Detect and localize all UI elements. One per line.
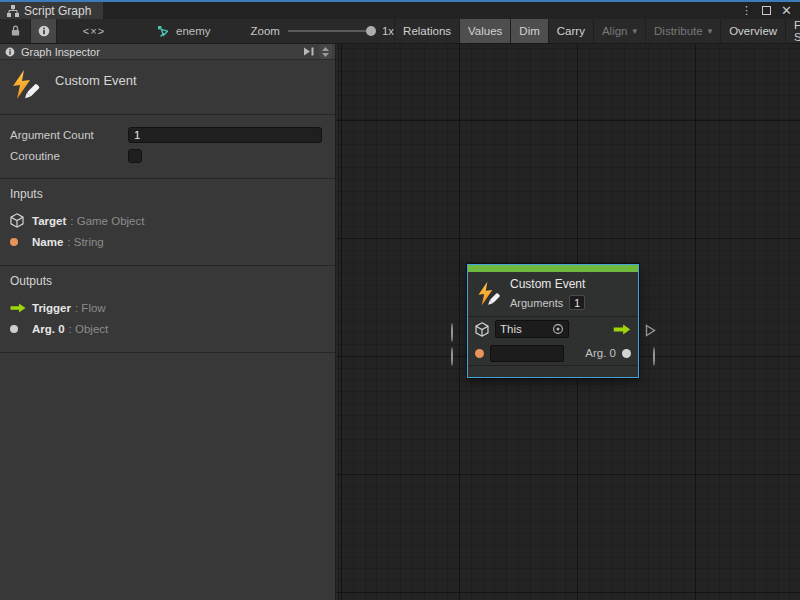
lock-button[interactable] — [0, 19, 30, 43]
node-arguments-row: Arguments 1 — [510, 295, 585, 310]
node-title-bar — [468, 265, 638, 272]
node-body[interactable]: Custom Event Arguments 1 — [467, 264, 639, 378]
zoom-slider-handle[interactable] — [366, 26, 376, 36]
argument-count-input[interactable] — [128, 127, 322, 143]
chevron-down-icon: ▾ — [633, 26, 638, 36]
zoom-label: Zoom — [251, 25, 280, 37]
cube-icon — [10, 213, 24, 228]
relations-button[interactable]: Relations — [394, 19, 459, 43]
panel-scroll-spinner[interactable] — [319, 44, 332, 59]
toolbar-button-group: Relations Values Dim Carry Align ▾ Distr… — [394, 19, 800, 43]
chevron-up-icon — [322, 47, 329, 51]
target-dropdown[interactable]: This — [495, 320, 569, 338]
inspector-toggle-button[interactable] — [30, 19, 57, 43]
zoom-slider[interactable] — [288, 30, 374, 32]
inspector-title: Graph Inspector — [21, 46, 100, 58]
coroutine-row: Coroutine — [10, 145, 322, 166]
port-row-trigger: Trigger : Flow — [10, 297, 325, 318]
graph-hierarchy-icon — [7, 5, 19, 17]
inputs-title: Inputs — [10, 187, 325, 201]
argument-count-row: Argument Count — [10, 124, 322, 145]
align-dropdown-button[interactable]: Align ▾ — [593, 19, 645, 43]
distribute-dropdown-button[interactable]: Distribute ▾ — [645, 19, 720, 43]
full-screen-button[interactable]: Full Screen — [785, 19, 800, 43]
tab-bar: Script Graph ⋮ ✕ — [0, 2, 800, 19]
zoom-control: Zoom 1x — [251, 25, 395, 37]
node-header: Custom Event Arguments 1 — [468, 272, 638, 316]
object-picker-icon[interactable] — [552, 323, 564, 335]
string-port-icon — [10, 238, 18, 246]
object-port-icon — [10, 325, 18, 333]
string-port-icon — [475, 349, 484, 358]
graph-asset-chip[interactable]: enemy — [157, 25, 211, 38]
custom-event-node[interactable]: Custom Event Arguments 1 — [467, 264, 639, 378]
object-port-icon — [622, 349, 631, 358]
chevron-down-icon — [322, 53, 329, 57]
maximize-icon[interactable] — [762, 6, 771, 15]
unit-header: Custom Event — [0, 60, 335, 115]
argument-count-label: Argument Count — [10, 129, 128, 141]
graph-name-label: enemy — [176, 25, 211, 37]
node-port-rows: This — [468, 316, 638, 365]
info-icon — [38, 25, 50, 37]
outputs-section: Outputs Trigger : Flow Arg. 0 : Object — [0, 266, 335, 353]
flow-arrow-icon — [10, 303, 26, 313]
script-graph-window: Script Graph ⋮ ✕ <×> — [0, 0, 800, 600]
graph-pointer-icon — [157, 25, 170, 38]
port-row-arg0: Arg. 0 : Object — [10, 318, 325, 339]
outputs-title: Outputs — [10, 274, 325, 288]
output-port-trigger[interactable] — [645, 323, 656, 341]
unit-title: Custom Event — [55, 73, 137, 88]
port-row-name: Name : String — [10, 231, 325, 252]
carry-button[interactable]: Carry — [548, 19, 593, 43]
graph-toolbar: <×> enemy Zoom 1x Relations — [0, 19, 800, 44]
graph-canvas[interactable]: Custom Event Arguments 1 — [337, 44, 800, 600]
coroutine-label: Coroutine — [10, 150, 128, 162]
flow-arrow-icon — [613, 324, 631, 335]
node-arguments-field[interactable]: 1 — [569, 295, 585, 310]
unit-properties: Argument Count Coroutine — [0, 115, 335, 179]
info-icon — [5, 47, 15, 57]
node-row-name: Arg. 0 — [468, 341, 638, 365]
node-row-target: This — [468, 317, 638, 341]
node-footer — [468, 365, 638, 375]
window-menu-icon[interactable]: ⋮ — [741, 4, 752, 17]
flow-port-triangle-icon — [645, 324, 656, 337]
input-port-target[interactable] — [451, 324, 453, 342]
output-port-arg0[interactable] — [653, 348, 655, 366]
dim-button[interactable]: Dim — [510, 19, 547, 43]
lock-icon — [10, 25, 21, 37]
window-controls: ⋮ ✕ — [741, 2, 800, 19]
dock-panel-icon[interactable] — [303, 46, 315, 57]
custom-event-icon — [476, 281, 502, 307]
name-input-field[interactable] — [490, 345, 564, 362]
input-port-name[interactable] — [451, 348, 453, 366]
custom-event-icon — [10, 69, 42, 101]
graph-inspector-panel: Graph Inspector — [0, 44, 336, 600]
values-button[interactable]: Values — [459, 19, 510, 43]
node-arguments-label: Arguments — [510, 297, 563, 309]
cube-icon — [475, 322, 489, 337]
coroutine-checkbox[interactable] — [128, 149, 142, 163]
graph-inspector-header: Graph Inspector — [0, 44, 335, 60]
zoom-value: 1x — [382, 25, 394, 37]
code-preview-button[interactable]: <×> — [71, 25, 117, 37]
node-title: Custom Event — [510, 277, 585, 291]
chevron-down-icon: ▾ — [708, 26, 713, 36]
toolbar-left-group: <×> enemy Zoom 1x — [0, 19, 394, 43]
tab-script-graph[interactable]: Script Graph — [0, 2, 103, 19]
overview-button[interactable]: Overview — [720, 19, 785, 43]
inputs-section: Inputs Target : Game Object Name : Strin… — [0, 179, 335, 266]
node-arg0-label: Arg. 0 — [585, 347, 616, 359]
tab-label: Script Graph — [24, 4, 91, 18]
close-icon[interactable]: ✕ — [781, 3, 792, 18]
port-row-target: Target : Game Object — [10, 210, 325, 231]
